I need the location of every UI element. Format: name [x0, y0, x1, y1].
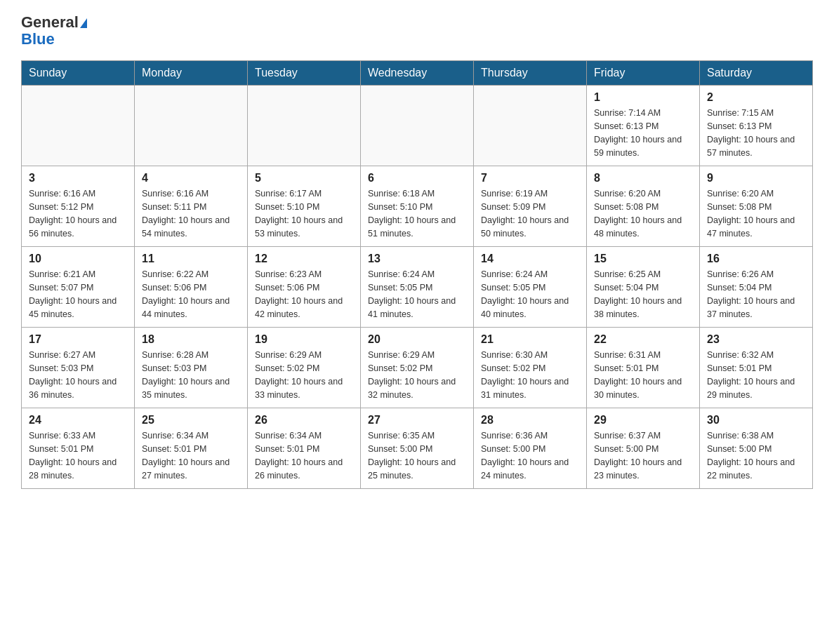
calendar-cell: 18Sunrise: 6:28 AM Sunset: 5:03 PM Dayli… — [135, 328, 248, 408]
day-info: Sunrise: 6:23 AM Sunset: 5:06 PM Dayligh… — [255, 268, 353, 321]
calendar-cell: 30Sunrise: 6:38 AM Sunset: 5:00 PM Dayli… — [700, 408, 813, 489]
day-number: 15 — [594, 253, 692, 265]
calendar-cell — [474, 86, 587, 166]
day-number: 7 — [481, 172, 579, 185]
day-info: Sunrise: 6:28 AM Sunset: 5:03 PM Dayligh… — [142, 349, 240, 401]
day-number: 20 — [368, 333, 466, 346]
calendar-cell — [361, 86, 474, 166]
day-info: Sunrise: 6:27 AM Sunset: 5:03 PM Dayligh… — [29, 349, 127, 401]
day-of-week-header: Saturday — [700, 61, 813, 86]
calendar-week-row: 10Sunrise: 6:21 AM Sunset: 5:07 PM Dayli… — [22, 247, 813, 328]
calendar-cell: 13Sunrise: 6:24 AM Sunset: 5:05 PM Dayli… — [361, 247, 474, 328]
day-number: 16 — [707, 253, 805, 265]
calendar-table: SundayMondayTuesdayWednesdayThursdayFrid… — [21, 60, 813, 489]
calendar-cell: 22Sunrise: 6:31 AM Sunset: 5:01 PM Dayli… — [587, 328, 700, 408]
day-info: Sunrise: 6:20 AM Sunset: 5:08 PM Dayligh… — [594, 187, 692, 240]
calendar-cell: 6Sunrise: 6:18 AM Sunset: 5:10 PM Daylig… — [361, 166, 474, 247]
calendar-cell: 15Sunrise: 6:25 AM Sunset: 5:04 PM Dayli… — [587, 247, 700, 328]
day-info: Sunrise: 7:15 AM Sunset: 6:13 PM Dayligh… — [707, 107, 805, 159]
day-of-week-header: Friday — [587, 61, 700, 86]
day-number: 3 — [29, 172, 127, 185]
calendar-cell: 2Sunrise: 7:15 AM Sunset: 6:13 PM Daylig… — [700, 86, 813, 166]
day-number: 2 — [707, 91, 805, 104]
calendar-cell: 28Sunrise: 6:36 AM Sunset: 5:00 PM Dayli… — [474, 408, 587, 489]
day-info: Sunrise: 7:14 AM Sunset: 6:13 PM Dayligh… — [594, 107, 692, 159]
calendar-week-row: 1Sunrise: 7:14 AM Sunset: 6:13 PM Daylig… — [22, 86, 813, 166]
day-info: Sunrise: 6:34 AM Sunset: 5:01 PM Dayligh… — [255, 429, 353, 482]
calendar-cell: 24Sunrise: 6:33 AM Sunset: 5:01 PM Dayli… — [22, 408, 135, 489]
day-number: 26 — [255, 414, 353, 427]
logo-triangle-icon — [80, 18, 87, 28]
logo-blue: Blue — [21, 30, 55, 48]
day-info: Sunrise: 6:29 AM Sunset: 5:02 PM Dayligh… — [255, 349, 353, 401]
day-number: 22 — [594, 333, 692, 346]
day-info: Sunrise: 6:21 AM Sunset: 5:07 PM Dayligh… — [29, 268, 127, 321]
day-info: Sunrise: 6:36 AM Sunset: 5:00 PM Dayligh… — [481, 429, 579, 482]
calendar-cell: 5Sunrise: 6:17 AM Sunset: 5:10 PM Daylig… — [248, 166, 361, 247]
day-info: Sunrise: 6:16 AM Sunset: 5:11 PM Dayligh… — [142, 187, 240, 240]
calendar-cell: 20Sunrise: 6:29 AM Sunset: 5:02 PM Dayli… — [361, 328, 474, 408]
day-number: 27 — [368, 414, 466, 427]
day-number: 14 — [481, 253, 579, 265]
day-info: Sunrise: 6:19 AM Sunset: 5:09 PM Dayligh… — [481, 187, 579, 240]
calendar-cell: 29Sunrise: 6:37 AM Sunset: 5:00 PM Dayli… — [587, 408, 700, 489]
day-info: Sunrise: 6:30 AM Sunset: 5:02 PM Dayligh… — [481, 349, 579, 401]
day-info: Sunrise: 6:26 AM Sunset: 5:04 PM Dayligh… — [707, 268, 805, 321]
day-number: 28 — [481, 414, 579, 427]
calendar-cell: 10Sunrise: 6:21 AM Sunset: 5:07 PM Dayli… — [22, 247, 135, 328]
day-info: Sunrise: 6:35 AM Sunset: 5:00 PM Dayligh… — [368, 429, 466, 482]
calendar-cell: 26Sunrise: 6:34 AM Sunset: 5:01 PM Dayli… — [248, 408, 361, 489]
day-number: 19 — [255, 333, 353, 346]
calendar-cell: 16Sunrise: 6:26 AM Sunset: 5:04 PM Dayli… — [700, 247, 813, 328]
day-number: 5 — [255, 172, 353, 185]
calendar-cell: 4Sunrise: 6:16 AM Sunset: 5:11 PM Daylig… — [135, 166, 248, 247]
day-of-week-header: Tuesday — [248, 61, 361, 86]
day-info: Sunrise: 6:32 AM Sunset: 5:01 PM Dayligh… — [707, 349, 805, 401]
calendar-cell: 17Sunrise: 6:27 AM Sunset: 5:03 PM Dayli… — [22, 328, 135, 408]
calendar-header-row: SundayMondayTuesdayWednesdayThursdayFrid… — [22, 61, 813, 86]
calendar-cell: 9Sunrise: 6:20 AM Sunset: 5:08 PM Daylig… — [700, 166, 813, 247]
day-of-week-header: Monday — [135, 61, 248, 86]
day-info: Sunrise: 6:25 AM Sunset: 5:04 PM Dayligh… — [594, 268, 692, 321]
day-number: 25 — [142, 414, 240, 427]
day-info: Sunrise: 6:33 AM Sunset: 5:01 PM Dayligh… — [29, 429, 127, 482]
day-info: Sunrise: 6:24 AM Sunset: 5:05 PM Dayligh… — [481, 268, 579, 321]
day-of-week-header: Thursday — [474, 61, 587, 86]
day-info: Sunrise: 6:38 AM Sunset: 5:00 PM Dayligh… — [707, 429, 805, 482]
day-info: Sunrise: 6:20 AM Sunset: 5:08 PM Dayligh… — [707, 187, 805, 240]
day-number: 23 — [707, 333, 805, 346]
day-info: Sunrise: 6:37 AM Sunset: 5:00 PM Dayligh… — [594, 429, 692, 482]
calendar-cell: 25Sunrise: 6:34 AM Sunset: 5:01 PM Dayli… — [135, 408, 248, 489]
calendar-cell: 8Sunrise: 6:20 AM Sunset: 5:08 PM Daylig… — [587, 166, 700, 247]
day-info: Sunrise: 6:34 AM Sunset: 5:01 PM Dayligh… — [142, 429, 240, 482]
day-number: 24 — [29, 414, 127, 427]
day-number: 17 — [29, 333, 127, 346]
calendar-week-row: 17Sunrise: 6:27 AM Sunset: 5:03 PM Dayli… — [22, 328, 813, 408]
day-info: Sunrise: 6:24 AM Sunset: 5:05 PM Dayligh… — [368, 268, 466, 321]
day-number: 4 — [142, 172, 240, 185]
calendar-cell: 23Sunrise: 6:32 AM Sunset: 5:01 PM Dayli… — [700, 328, 813, 408]
day-number: 10 — [29, 253, 127, 265]
calendar-week-row: 24Sunrise: 6:33 AM Sunset: 5:01 PM Dayli… — [22, 408, 813, 489]
day-number: 1 — [594, 91, 692, 104]
day-info: Sunrise: 6:29 AM Sunset: 5:02 PM Dayligh… — [368, 349, 466, 401]
day-number: 11 — [142, 253, 240, 265]
calendar-cell: 19Sunrise: 6:29 AM Sunset: 5:02 PM Dayli… — [248, 328, 361, 408]
calendar-cell: 7Sunrise: 6:19 AM Sunset: 5:09 PM Daylig… — [474, 166, 587, 247]
day-info: Sunrise: 6:16 AM Sunset: 5:12 PM Dayligh… — [29, 187, 127, 240]
day-info: Sunrise: 6:17 AM Sunset: 5:10 PM Dayligh… — [255, 187, 353, 240]
calendar-cell: 14Sunrise: 6:24 AM Sunset: 5:05 PM Dayli… — [474, 247, 587, 328]
logo: GeneralBlue — [21, 14, 87, 48]
calendar-cell: 12Sunrise: 6:23 AM Sunset: 5:06 PM Dayli… — [248, 247, 361, 328]
day-info: Sunrise: 6:18 AM Sunset: 5:10 PM Dayligh… — [368, 187, 466, 240]
calendar-cell — [248, 86, 361, 166]
day-number: 18 — [142, 333, 240, 346]
day-info: Sunrise: 6:22 AM Sunset: 5:06 PM Dayligh… — [142, 268, 240, 321]
day-number: 8 — [594, 172, 692, 185]
day-number: 13 — [368, 253, 466, 265]
calendar-cell: 27Sunrise: 6:35 AM Sunset: 5:00 PM Dayli… — [361, 408, 474, 489]
page-header: GeneralBlue — [21, 14, 813, 48]
day-number: 29 — [594, 414, 692, 427]
calendar-cell — [22, 86, 135, 166]
day-number: 12 — [255, 253, 353, 265]
